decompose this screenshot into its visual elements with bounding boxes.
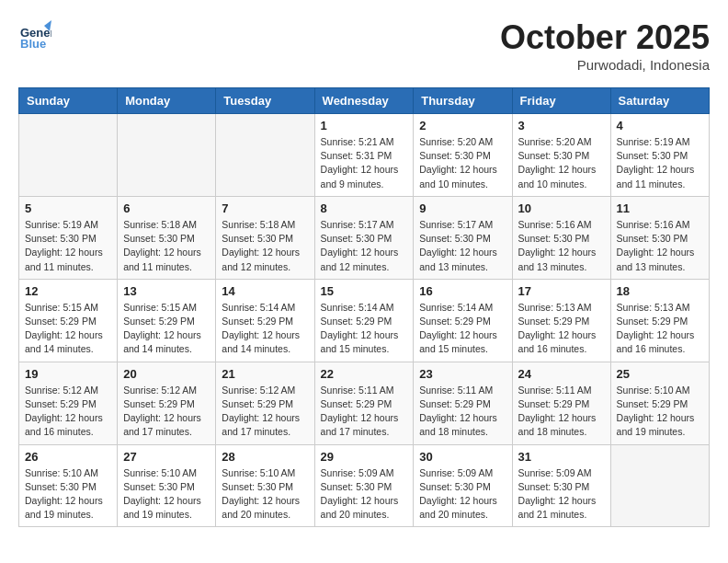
day-info: Sunrise: 5:10 AMSunset: 5:30 PMDaylight:… xyxy=(222,466,308,523)
day-number: 20 xyxy=(123,367,210,381)
calendar-day-cell: 12Sunrise: 5:15 AMSunset: 5:29 PMDayligh… xyxy=(19,279,118,362)
day-number: 29 xyxy=(321,450,408,464)
day-number: 25 xyxy=(617,367,703,381)
day-number: 24 xyxy=(518,367,605,381)
day-number: 17 xyxy=(518,284,605,298)
calendar-day-cell: 21Sunrise: 5:12 AMSunset: 5:29 PMDayligh… xyxy=(216,362,314,444)
calendar-week-row: 1Sunrise: 5:21 AMSunset: 5:31 PMDaylight… xyxy=(19,114,710,197)
calendar-day-cell: 8Sunrise: 5:17 AMSunset: 5:30 PMDaylight… xyxy=(314,196,414,279)
logo-icon: General Blue xyxy=(18,18,51,52)
day-info: Sunrise: 5:19 AMSunset: 5:30 PMDaylight:… xyxy=(617,135,703,191)
calendar-day-cell: 1Sunrise: 5:21 AMSunset: 5:31 PMDaylight… xyxy=(314,114,414,197)
day-number: 11 xyxy=(617,201,703,215)
calendar-day-cell xyxy=(118,114,216,197)
day-info: Sunrise: 5:17 AMSunset: 5:30 PMDaylight:… xyxy=(419,218,506,274)
calendar-day-cell: 14Sunrise: 5:14 AMSunset: 5:29 PMDayligh… xyxy=(216,279,314,362)
day-info: Sunrise: 5:14 AMSunset: 5:29 PMDaylight:… xyxy=(419,301,506,357)
month-title: October 2025 xyxy=(500,18,710,57)
day-number: 16 xyxy=(419,284,506,298)
day-info: Sunrise: 5:10 AMSunset: 5:30 PMDaylight:… xyxy=(25,466,111,523)
day-number: 8 xyxy=(321,201,408,215)
calendar-day-cell: 7Sunrise: 5:18 AMSunset: 5:30 PMDaylight… xyxy=(216,196,314,279)
day-info: Sunrise: 5:09 AMSunset: 5:30 PMDaylight:… xyxy=(419,466,506,523)
calendar-day-cell xyxy=(19,114,118,197)
day-number: 9 xyxy=(419,201,506,215)
day-number: 31 xyxy=(518,450,605,464)
day-info: Sunrise: 5:21 AMSunset: 5:31 PMDaylight:… xyxy=(321,135,408,191)
day-number: 4 xyxy=(617,119,703,132)
day-number: 10 xyxy=(518,201,605,215)
weekday-header-saturday: Saturday xyxy=(610,88,709,114)
day-info: Sunrise: 5:13 AMSunset: 5:29 PMDaylight:… xyxy=(617,301,703,357)
day-info: Sunrise: 5:10 AMSunset: 5:30 PMDaylight:… xyxy=(123,466,210,523)
calendar-week-row: 19Sunrise: 5:12 AMSunset: 5:29 PMDayligh… xyxy=(19,362,710,444)
day-number: 27 xyxy=(123,450,210,464)
day-info: Sunrise: 5:19 AMSunset: 5:30 PMDaylight:… xyxy=(25,218,111,274)
calendar-day-cell: 16Sunrise: 5:14 AMSunset: 5:29 PMDayligh… xyxy=(414,279,512,362)
calendar-day-cell: 29Sunrise: 5:09 AMSunset: 5:30 PMDayligh… xyxy=(314,444,414,527)
day-info: Sunrise: 5:11 AMSunset: 5:29 PMDaylight:… xyxy=(419,384,506,440)
calendar-week-row: 26Sunrise: 5:10 AMSunset: 5:30 PMDayligh… xyxy=(19,444,710,527)
weekday-header-wednesday: Wednesday xyxy=(314,88,414,114)
day-info: Sunrise: 5:16 AMSunset: 5:30 PMDaylight:… xyxy=(518,218,605,274)
calendar-day-cell: 9Sunrise: 5:17 AMSunset: 5:30 PMDaylight… xyxy=(414,196,512,279)
calendar-day-cell: 6Sunrise: 5:18 AMSunset: 5:30 PMDaylight… xyxy=(118,196,216,279)
day-info: Sunrise: 5:17 AMSunset: 5:30 PMDaylight:… xyxy=(321,218,408,274)
calendar-day-cell: 31Sunrise: 5:09 AMSunset: 5:30 PMDayligh… xyxy=(512,444,610,527)
calendar-week-row: 12Sunrise: 5:15 AMSunset: 5:29 PMDayligh… xyxy=(19,279,710,362)
svg-text:Blue: Blue xyxy=(20,37,46,51)
calendar-day-cell: 11Sunrise: 5:16 AMSunset: 5:30 PMDayligh… xyxy=(610,196,709,279)
calendar-day-cell: 20Sunrise: 5:12 AMSunset: 5:29 PMDayligh… xyxy=(118,362,216,444)
day-number: 6 xyxy=(123,201,210,215)
day-info: Sunrise: 5:18 AMSunset: 5:30 PMDaylight:… xyxy=(123,218,210,274)
day-number: 5 xyxy=(25,201,111,215)
day-number: 3 xyxy=(518,119,605,132)
calendar-day-cell: 13Sunrise: 5:15 AMSunset: 5:29 PMDayligh… xyxy=(118,279,216,362)
weekday-header-monday: Monday xyxy=(118,88,216,114)
day-number: 7 xyxy=(222,201,308,215)
day-info: Sunrise: 5:09 AMSunset: 5:30 PMDaylight:… xyxy=(321,466,408,523)
calendar-day-cell: 10Sunrise: 5:16 AMSunset: 5:30 PMDayligh… xyxy=(512,196,610,279)
day-number: 13 xyxy=(123,284,210,298)
calendar-day-cell: 18Sunrise: 5:13 AMSunset: 5:29 PMDayligh… xyxy=(610,279,709,362)
day-number: 14 xyxy=(222,284,308,298)
day-info: Sunrise: 5:20 AMSunset: 5:30 PMDaylight:… xyxy=(518,135,605,191)
day-number: 28 xyxy=(222,450,308,464)
day-number: 12 xyxy=(25,284,111,298)
title-block: October 2025 Purwodadi, Indonesia xyxy=(500,18,710,73)
calendar-day-cell: 5Sunrise: 5:19 AMSunset: 5:30 PMDaylight… xyxy=(19,196,118,279)
day-number: 19 xyxy=(25,367,111,381)
calendar-day-cell: 15Sunrise: 5:14 AMSunset: 5:29 PMDayligh… xyxy=(314,279,414,362)
logo: General Blue xyxy=(18,18,55,52)
day-info: Sunrise: 5:15 AMSunset: 5:29 PMDaylight:… xyxy=(123,301,210,357)
day-info: Sunrise: 5:14 AMSunset: 5:29 PMDaylight:… xyxy=(321,301,408,357)
weekday-header-friday: Friday xyxy=(512,88,610,114)
page-header: General Blue October 2025 Purwodadi, Ind… xyxy=(18,18,710,73)
calendar-day-cell: 2Sunrise: 5:20 AMSunset: 5:30 PMDaylight… xyxy=(414,114,512,197)
calendar-day-cell xyxy=(216,114,314,197)
day-info: Sunrise: 5:20 AMSunset: 5:30 PMDaylight:… xyxy=(419,135,506,191)
day-number: 26 xyxy=(25,450,111,464)
calendar-day-cell: 4Sunrise: 5:19 AMSunset: 5:30 PMDaylight… xyxy=(610,114,709,197)
calendar-week-row: 5Sunrise: 5:19 AMSunset: 5:30 PMDaylight… xyxy=(19,196,710,279)
weekday-header-thursday: Thursday xyxy=(414,88,512,114)
day-info: Sunrise: 5:09 AMSunset: 5:30 PMDaylight:… xyxy=(518,466,605,523)
day-info: Sunrise: 5:11 AMSunset: 5:29 PMDaylight:… xyxy=(518,384,605,440)
calendar-day-cell: 22Sunrise: 5:11 AMSunset: 5:29 PMDayligh… xyxy=(314,362,414,444)
calendar-table: SundayMondayTuesdayWednesdayThursdayFrid… xyxy=(18,87,710,527)
location: Purwodadi, Indonesia xyxy=(500,57,710,73)
day-info: Sunrise: 5:12 AMSunset: 5:29 PMDaylight:… xyxy=(123,384,210,440)
calendar-day-cell: 24Sunrise: 5:11 AMSunset: 5:29 PMDayligh… xyxy=(512,362,610,444)
calendar-day-cell: 30Sunrise: 5:09 AMSunset: 5:30 PMDayligh… xyxy=(414,444,512,527)
day-info: Sunrise: 5:18 AMSunset: 5:30 PMDaylight:… xyxy=(222,218,308,274)
day-info: Sunrise: 5:14 AMSunset: 5:29 PMDaylight:… xyxy=(222,301,308,357)
calendar-day-cell: 23Sunrise: 5:11 AMSunset: 5:29 PMDayligh… xyxy=(414,362,512,444)
weekday-header-tuesday: Tuesday xyxy=(216,88,314,114)
day-number: 1 xyxy=(321,119,408,132)
day-number: 15 xyxy=(321,284,408,298)
calendar-day-cell: 3Sunrise: 5:20 AMSunset: 5:30 PMDaylight… xyxy=(512,114,610,197)
calendar-day-cell: 19Sunrise: 5:12 AMSunset: 5:29 PMDayligh… xyxy=(19,362,118,444)
calendar-day-cell xyxy=(610,444,709,527)
day-info: Sunrise: 5:10 AMSunset: 5:29 PMDaylight:… xyxy=(617,384,703,440)
day-number: 30 xyxy=(419,450,506,464)
